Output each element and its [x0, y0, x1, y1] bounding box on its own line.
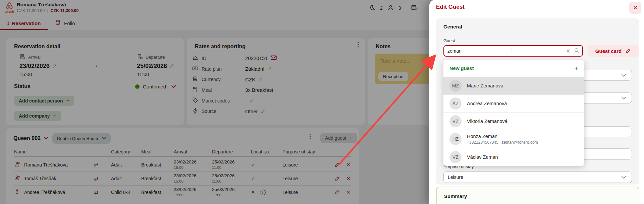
guest-search-dropdown: New guest + MZ Marie Zemanová AZ Andrea … [443, 60, 584, 166]
guest-option[interactable]: HZ Honza Zeman +3821234567345 | zeman@ro… [443, 130, 584, 148]
pencil-icon [626, 48, 631, 54]
guest-contact-detail: +3821234567345 | zeman@rohsro.com [467, 140, 538, 145]
new-guest-option[interactable]: New guest + [443, 60, 584, 77]
modal-title: Edit Guest [436, 4, 465, 10]
guest-card-button[interactable]: Guest card [588, 45, 639, 57]
guest-option[interactable]: MZ Marie Zemanová [443, 77, 584, 95]
chevron-down-icon [621, 72, 626, 78]
avatar: VZ [449, 115, 462, 127]
guest-field-label: Guest [443, 38, 455, 43]
guest-search-value: zeman [447, 48, 462, 54]
guest-option[interactable]: AZ Andrea Zemanová [443, 95, 584, 113]
chevron-down-icon [621, 95, 626, 101]
avatar: HZ [449, 133, 462, 145]
search-icon [574, 48, 580, 55]
edit-guest-modal: Edit Guest ✕ General Guest zeman I ✕ Gue… [429, 0, 644, 204]
summary-heading: Summary [444, 193, 467, 199]
guest-search-input[interactable]: zeman I ✕ [443, 45, 583, 57]
avatar: VZ [449, 151, 462, 163]
chevron-down-icon [621, 175, 626, 180]
plus-icon: + [574, 65, 578, 72]
avatar: MZ [449, 80, 462, 92]
close-modal-button[interactable]: ✕ [629, 2, 641, 14]
purpose-of-stay-select[interactable]: Leisure [443, 172, 632, 183]
clear-search-icon[interactable]: ✕ [566, 48, 571, 54]
text-caret [462, 48, 462, 54]
summary-section: Summary [436, 187, 639, 204]
general-heading: General [443, 24, 462, 29]
close-icon: ✕ [633, 4, 638, 11]
guest-option[interactable]: VZ Václav Zeman [443, 148, 584, 166]
avatar: AZ [449, 97, 462, 110]
guest-option[interactable]: VZ Viktoria Zemanová [443, 113, 584, 130]
ibeam-cursor: I [511, 48, 513, 54]
